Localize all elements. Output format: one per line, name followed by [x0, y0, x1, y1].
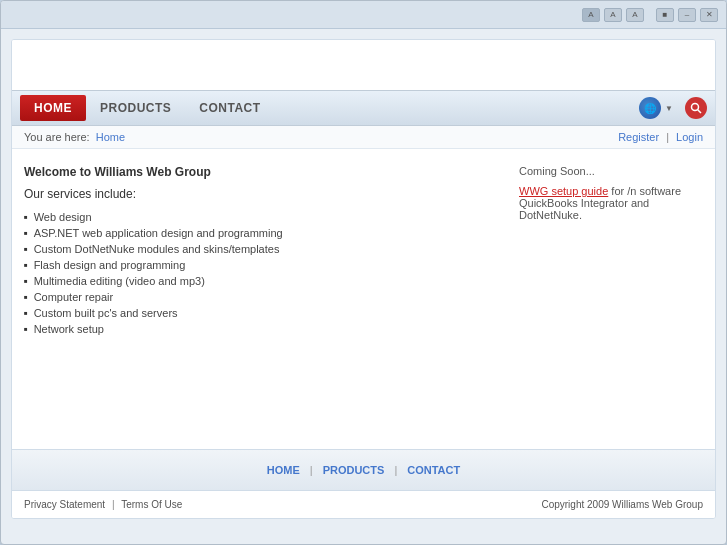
list-item: Custom built pc's and servers — [24, 305, 483, 321]
footer-home-link[interactable]: HOME — [257, 464, 310, 476]
list-item: Network setup — [24, 321, 483, 337]
footer-nav-links: HOME | PRODUCTS | CONTACT — [12, 464, 715, 476]
footer-products-link[interactable]: PRODUCTS — [313, 464, 395, 476]
breadcrumb-prefix: You are here: — [24, 131, 90, 143]
list-item: Multimedia editing (video and mp3) — [24, 273, 483, 289]
auth-links: Register | Login — [618, 131, 703, 143]
list-item: Computer repair — [24, 289, 483, 305]
list-item: Flash design and programming — [24, 257, 483, 273]
nav-bar: HOME PRODUCTS CONTACT 🌐 ▼ — [12, 90, 715, 126]
wwg-setup-link[interactable]: WWG setup guide — [519, 185, 608, 197]
service-list: Web design ASP.NET web application desig… — [24, 209, 483, 337]
svg-line-1 — [698, 110, 702, 114]
terms-link[interactable]: Terms Of Use — [121, 499, 182, 510]
search-icon — [690, 102, 702, 114]
nav-right: 🌐 ▼ — [639, 97, 707, 119]
register-link[interactable]: Register — [618, 131, 659, 143]
page-wrapper: HOME PRODUCTS CONTACT 🌐 ▼ You are here: … — [11, 39, 716, 519]
login-link[interactable]: Login — [676, 131, 703, 143]
copyright-text: Copyright 2009 Williams Web Group — [541, 499, 703, 510]
services-title: Our services include: — [24, 187, 483, 201]
content-right: Coming Soon... WWG setup guide for /n so… — [503, 165, 703, 433]
search-button[interactable] — [685, 97, 707, 119]
breadcrumb-bar: You are here: Home Register | Login — [12, 126, 715, 149]
contrast-btn[interactable]: ■ — [656, 8, 674, 22]
bottom-bar: Privacy Statement | Terms Of Use Copyrig… — [12, 491, 715, 518]
min-btn[interactable]: – — [678, 8, 696, 22]
legal-links: Privacy Statement | Terms Of Use — [24, 499, 182, 510]
auth-separator: | — [666, 131, 669, 143]
browser-toolbar: A A A ■ – ✕ — [1, 1, 726, 29]
nav-products[interactable]: PRODUCTS — [86, 95, 185, 121]
breadcrumb: You are here: Home — [24, 131, 125, 143]
language-dropdown-arrow[interactable]: ▼ — [665, 104, 673, 113]
close-btn[interactable]: ✕ — [700, 8, 718, 22]
svg-point-0 — [692, 104, 699, 111]
coming-soon-detail: WWG setup guide for /n software QuickBoo… — [519, 185, 703, 221]
content-left: Welcome to Williams Web Group Our servic… — [24, 165, 503, 433]
font-size-medium-btn[interactable]: A — [604, 8, 622, 22]
footer-nav: HOME | PRODUCTS | CONTACT — [12, 449, 715, 491]
welcome-title: Welcome to Williams Web Group — [24, 165, 483, 179]
list-item: ASP.NET web application design and progr… — [24, 225, 483, 241]
browser-window: A A A ■ – ✕ HOME PRODUCTS CONTACT 🌐 ▼ — [0, 0, 727, 545]
coming-soon-label: Coming Soon... — [519, 165, 703, 177]
privacy-link[interactable]: Privacy Statement — [24, 499, 105, 510]
font-size-large-btn[interactable]: A — [582, 8, 600, 22]
list-item: Web design — [24, 209, 483, 225]
font-size-small-btn[interactable]: A — [626, 8, 644, 22]
main-content: Welcome to Williams Web Group Our servic… — [12, 149, 715, 449]
footer-contact-link[interactable]: CONTACT — [397, 464, 470, 476]
legal-sep: | — [112, 499, 115, 510]
nav-contact[interactable]: CONTACT — [185, 95, 274, 121]
breadcrumb-home-link[interactable]: Home — [96, 131, 125, 143]
nav-items: HOME PRODUCTS CONTACT — [20, 95, 639, 121]
top-area — [12, 40, 715, 90]
list-item: Custom DotNetNuke modules and skins/temp… — [24, 241, 483, 257]
language-icon[interactable]: 🌐 — [639, 97, 661, 119]
nav-home[interactable]: HOME — [20, 95, 86, 121]
